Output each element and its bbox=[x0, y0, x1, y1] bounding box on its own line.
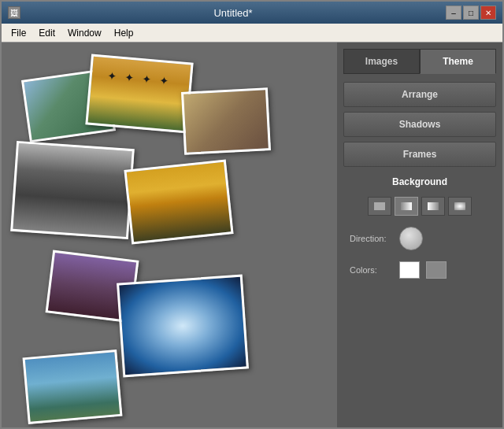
photo-3[interactable] bbox=[181, 87, 271, 155]
bg-solid-button[interactable] bbox=[368, 197, 391, 216]
bg-icons-row bbox=[343, 194, 496, 219]
app-icon: 🖼 bbox=[8, 6, 20, 19]
direction-knob[interactable] bbox=[399, 227, 423, 250]
window-controls: – □ ✕ bbox=[446, 6, 496, 20]
main-area: ✦ ✦ ✦ ✦ Images Theme Arrange Shadows bbox=[2, 43, 502, 427]
color-swatch-1[interactable] bbox=[399, 261, 420, 279]
colors-row: Colors: bbox=[343, 258, 496, 282]
direction-row: Direction: bbox=[343, 224, 496, 253]
frames-button[interactable]: Frames bbox=[343, 142, 496, 167]
panel-tabs: Images Theme bbox=[343, 49, 496, 74]
background-section-label: Background bbox=[343, 172, 496, 189]
menu-edit[interactable]: Edit bbox=[32, 26, 61, 40]
grad-radial-icon bbox=[454, 202, 466, 211]
right-panel: Images Theme Arrange Shadows Frames Back… bbox=[337, 43, 502, 427]
solid-icon bbox=[373, 202, 386, 211]
menu-file[interactable]: File bbox=[5, 26, 32, 40]
photo-collage: ✦ ✦ ✦ ✦ bbox=[2, 43, 337, 427]
window-title: Untitled* bbox=[20, 7, 446, 19]
maximize-button[interactable]: □ bbox=[463, 6, 479, 20]
photo-8[interactable] bbox=[23, 349, 123, 424]
color-swatch-2[interactable] bbox=[426, 261, 447, 279]
canvas-area: ✦ ✦ ✦ ✦ bbox=[2, 43, 337, 427]
menubar: File Edit Window Help bbox=[2, 24, 502, 43]
direction-label: Direction: bbox=[350, 234, 393, 243]
photo-5[interactable] bbox=[124, 159, 233, 244]
minimize-button[interactable]: – bbox=[446, 6, 461, 20]
arrange-button[interactable]: Arrange bbox=[343, 82, 496, 107]
close-button[interactable]: ✕ bbox=[480, 6, 496, 20]
menu-window[interactable]: Window bbox=[61, 26, 108, 40]
grad-rl-icon bbox=[427, 202, 439, 211]
shadows-button[interactable]: Shadows bbox=[343, 112, 496, 137]
titlebar: 🖼 Untitled* – □ ✕ bbox=[2, 2, 502, 24]
photo-7[interactable] bbox=[117, 275, 249, 378]
grad-lr-icon bbox=[400, 202, 413, 211]
menu-help[interactable]: Help bbox=[108, 26, 140, 40]
photo-2[interactable]: ✦ ✦ ✦ ✦ bbox=[85, 54, 193, 134]
bg-grad-radial-button[interactable] bbox=[448, 197, 472, 216]
bg-grad-rl-button[interactable] bbox=[421, 197, 445, 216]
tab-theme[interactable]: Theme bbox=[420, 49, 496, 74]
photo-4[interactable] bbox=[10, 141, 135, 239]
colors-label: Colors: bbox=[350, 265, 393, 275]
bg-grad-lr-button[interactable] bbox=[395, 197, 418, 216]
birds-decoration: ✦ ✦ ✦ ✦ bbox=[107, 69, 172, 87]
app-window: 🖼 Untitled* – □ ✕ File Edit Window Help … bbox=[0, 0, 504, 429]
tab-images[interactable]: Images bbox=[343, 49, 420, 74]
